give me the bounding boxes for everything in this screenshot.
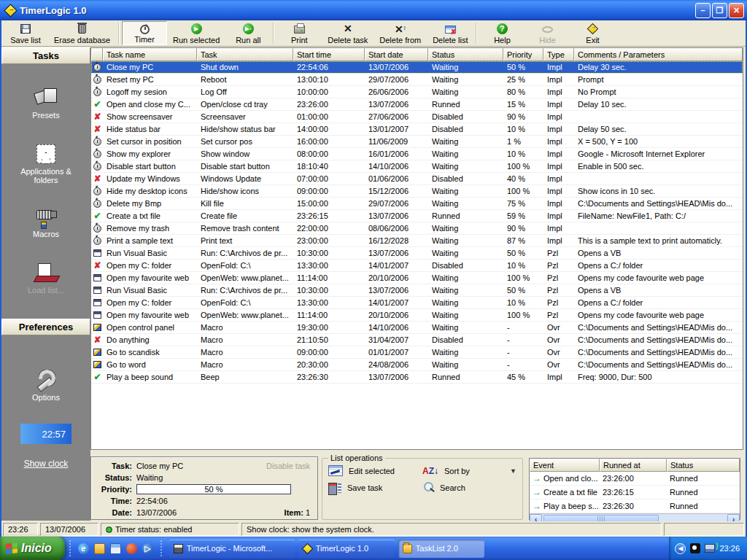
cell-date: 01/06/2006 — [365, 173, 429, 184]
tray-chevron-icon[interactable]: ◀ — [675, 543, 686, 554]
cell-task: Run: C:\Archivos de pr... — [198, 247, 294, 259]
column-header-status[interactable]: Status — [428, 48, 503, 61]
sidebar-item-macros[interactable]: Macros — [33, 209, 59, 238]
cell-time: 23:26:00 — [294, 98, 365, 110]
cell-type: Ovr — [544, 334, 575, 346]
show-clock-link[interactable]: Show clock — [24, 459, 69, 469]
event-list: Event Runned at Status →Open and clo...2… — [529, 458, 740, 520]
table-row[interactable]: ✘Show screensaverScreensaver01:00:0027/0… — [91, 111, 743, 123]
table-row[interactable]: Open control panelMacro19:30:0014/10/200… — [91, 322, 743, 334]
save-task-button[interactable]: Save task — [328, 482, 422, 494]
delete-from-button[interactable]: ✕ Delete from — [374, 21, 427, 45]
table-row[interactable]: Go to scandiskMacro09:00:0001/01/2007Wai… — [91, 346, 743, 359]
sort-by-button[interactable]: AZ↓ Sort by ▼ — [422, 465, 516, 476]
cell-priority: 50 % — [504, 284, 544, 296]
table-row[interactable]: ✔Open and close my C...Open/close cd tra… — [91, 98, 743, 111]
exit-button[interactable]: Exit — [570, 21, 615, 45]
table-row[interactable]: ✘Hide status barHide/show status bar14:0… — [91, 123, 743, 136]
delete-list-icon — [445, 26, 456, 34]
event-column-header[interactable]: Event — [530, 459, 600, 472]
diamond-icon — [303, 544, 312, 553]
network-icon[interactable] — [705, 544, 715, 553]
titlebar[interactable]: TimerLogic 1.0 – ❐ ✕ — [0, 0, 747, 20]
taskbar-window-timerlogic-web[interactable]: TimerLogic - Microsoft... — [169, 540, 295, 558]
table-row[interactable]: Run Visual BasicRun: C:\Archivos de pr..… — [91, 247, 743, 260]
table-row[interactable]: Hide my desktop iconsHide/show icons09:0… — [91, 185, 743, 198]
runned-at-column-header[interactable]: Runned at — [600, 459, 667, 472]
taskbar-window-tasklist[interactable]: TaskList 2.0 — [398, 540, 484, 558]
column-header-task[interactable]: Task — [197, 48, 293, 61]
table-row[interactable]: Logoff my sesionLog Off10:00:0026/06/200… — [91, 86, 743, 98]
cell-name: Play a beep sound — [104, 371, 198, 383]
cell-comments: Opens a C:/ folder — [575, 297, 743, 308]
column-header-priority[interactable]: Priority — [503, 48, 543, 61]
edit-selected-button[interactable]: Edit selected — [328, 465, 422, 476]
table-row[interactable]: Set cursor in positionSet cursor pos16:0… — [91, 136, 743, 148]
sidebar-item-presets[interactable]: Presets — [32, 88, 59, 120]
delete-task-button[interactable]: ✕ Delete task — [322, 21, 374, 45]
start-button[interactable]: Inicio — [0, 537, 65, 560]
table-row[interactable]: Delete my BmpKill file15:00:0029/07/2006… — [91, 198, 743, 210]
table-row[interactable]: ✘Update my WindowsWindows Update07:00:00… — [91, 173, 743, 185]
table-row[interactable]: Reset my PCReboot13:00:1029/07/2006Waiti… — [91, 74, 743, 86]
column-header-icon[interactable] — [91, 48, 103, 61]
close-button[interactable]: ✕ — [729, 3, 744, 18]
event-status-column-header[interactable]: Status — [667, 459, 740, 472]
event-row[interactable]: →Play a beep s...23:26:30Runned — [530, 499, 740, 513]
preferences-section-header[interactable]: Preferences — [1, 319, 90, 335]
column-header-comments[interactable]: Comments / Parameters — [574, 48, 743, 61]
table-row[interactable]: Go to wordMacro20:30:0024/08/2006Waiting… — [91, 359, 743, 371]
help-button[interactable]: ? Help — [479, 21, 525, 45]
folder-icon[interactable] — [94, 543, 105, 554]
minimize-button[interactable]: – — [695, 3, 711, 18]
table-row[interactable]: Run Visual BasicRun: C:\Archivos de pr..… — [91, 284, 743, 297]
table-row[interactable]: ✔Play a beep soundBeep23:26:3013/07/2006… — [91, 371, 743, 384]
window-title: TimerLogic 1.0 — [20, 5, 695, 16]
erase-database-button[interactable]: Erase database — [48, 21, 116, 45]
sidebar-item-applications-folders[interactable]: Applications & folders — [13, 144, 79, 184]
delete-list-button[interactable]: Delete list — [427, 21, 473, 45]
table-row[interactable]: ✘Do anythingMacro21:10:5031/04/2007Disab… — [91, 334, 743, 346]
column-header-start-time[interactable]: Start time — [293, 48, 365, 61]
table-row[interactable]: Remove my trashRemove trash content22:00… — [91, 222, 743, 235]
cell-time: 10:30:00 — [294, 247, 365, 259]
tasks-section-header[interactable]: Tasks — [1, 47, 90, 64]
table-row[interactable]: Print a sample textPrint text23:00:0016/… — [91, 235, 743, 247]
taskbar-window-timerlogic[interactable]: TimerLogic 1.0 — [298, 540, 395, 558]
quick-launch-bar: e ▷ — [69, 540, 162, 556]
run-selected-button[interactable]: ▶ Run selected — [167, 21, 225, 45]
event-row[interactable]: →Create a txt file23:26:15Runned — [530, 486, 740, 499]
table-row[interactable]: Open my C: folderOpenFold: C:\13:30:0014… — [91, 297, 743, 309]
column-header-task-name[interactable]: Task name — [103, 48, 197, 61]
save-list-button[interactable]: Save list — [3, 21, 48, 45]
event-name: Play a beep s... — [543, 502, 599, 510]
column-header-start-date[interactable]: Start date — [365, 48, 428, 61]
disable-task-link[interactable]: Disable task — [266, 462, 313, 470]
timer-button[interactable]: Timer — [122, 21, 167, 45]
column-header-type[interactable]: Type — [543, 48, 574, 61]
internet-explorer-icon[interactable]: e — [78, 543, 89, 554]
search-icon — [422, 482, 434, 494]
sort-dropdown-arrow-icon[interactable]: ▼ — [510, 467, 516, 475]
cell-time: 23:26:30 — [294, 371, 365, 383]
table-row[interactable]: Show my explorerShow window08:00:0016/01… — [91, 148, 743, 160]
table-row[interactable]: Open my favourite webOpenWeb: www.planet… — [91, 309, 743, 322]
cell-date: 14/01/2007 — [365, 297, 429, 308]
red-app-icon[interactable] — [126, 543, 137, 554]
search-button[interactable]: Search — [422, 482, 516, 494]
table-row[interactable]: Open my favourite webOpenWeb: www.planet… — [91, 272, 743, 284]
print-button[interactable]: Print — [276, 21, 322, 45]
run-all-button[interactable]: ▶› Run all — [225, 21, 271, 45]
window-icon[interactable] — [110, 543, 121, 554]
cell-priority: 10 % — [504, 260, 544, 271]
sidebar-item-options[interactable]: Options — [32, 369, 60, 402]
cell-name: Hide my desktop icons — [104, 185, 198, 197]
steam-icon[interactable] — [690, 543, 700, 553]
media-player-icon[interactable]: ▷ — [142, 543, 153, 554]
table-row[interactable]: Close my PCShut down22:54:0613/07/2006Wa… — [91, 61, 743, 74]
restore-button[interactable]: ❐ — [712, 3, 727, 18]
table-row[interactable]: ✔Create a txt fileCreate file23:26:1513/… — [91, 210, 743, 222]
table-row[interactable]: Disable start buttonDisable start button… — [91, 160, 743, 173]
table-row[interactable]: ✘Open my C: folderOpenFold: C:\13:30:001… — [91, 260, 743, 272]
event-row[interactable]: →Open and clo...23:26:00Runned — [530, 472, 740, 486]
